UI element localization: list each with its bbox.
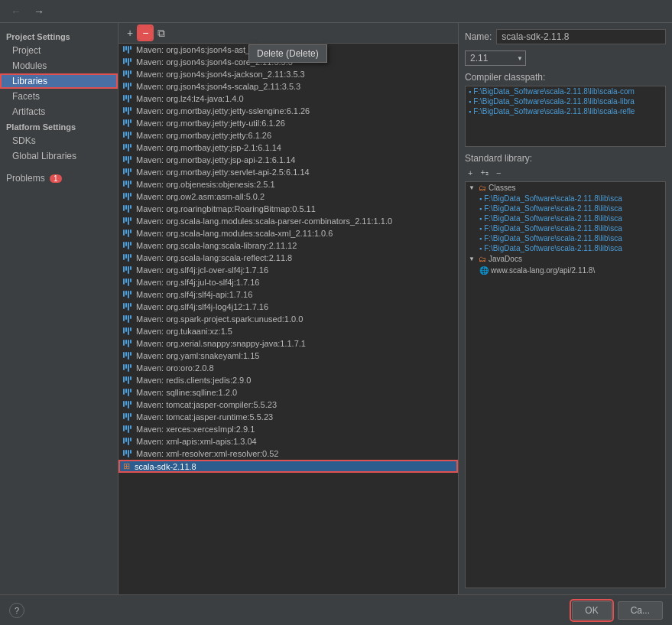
list-item[interactable]: Maven: xerces:xercesImpl:2.9.1 [118,423,458,435]
classes-tree-node[interactable]: ▼ 🗂 Classes [466,182,665,194]
version-row: 2.11 2.12 2.10 [465,50,666,66]
javadocs-label: JavaDocs [489,255,522,263]
list-item[interactable]: Maven: org.json4s:json4s-jackson_2.11:3.… [118,68,458,80]
maven-icon [123,291,131,298]
maven-icon [123,229,131,237]
help-button[interactable]: ? [9,603,24,618]
selected-library-item[interactable]: ⊞ scala-sdk-2.11.8 [118,460,458,473]
list-item[interactable]: Maven: xml-resolver:xml-resolver:0.52 [118,448,458,460]
platform-settings-section: Platform Settings [0,119,118,133]
maven-icon [123,168,131,176]
folder-icon: 🗂 [479,255,486,263]
list-item[interactable]: Maven: org.spark-project.spark:unused:1.… [118,313,458,325]
remove-library-button[interactable]: − [138,26,152,40]
tree-expand-icon: ▼ [469,184,476,191]
list-item[interactable]: Maven: org.mortbay.jetty:jsp-2.1:6.1.14 [118,142,458,154]
maven-icon [123,58,131,66]
ok-button[interactable]: OK [572,601,611,620]
right-panel: Name: 2.11 2.12 2.10 Compiler classpath:… [458,23,672,594]
compiler-classpath-list[interactable]: ▪ F:\BigData_Software\scala-2.11.8\lib\s… [465,86,666,147]
list-item[interactable]: Maven: redis.clients:jedis:2.9.0 [118,374,458,386]
list-item[interactable]: Maven: org.scala-lang.modules:scala-xml_… [118,227,458,239]
list-item[interactable]: Maven: org.mortbay.jetty:servlet-api-2.5… [118,166,458,178]
bottom-bar: ? OK Ca... [0,594,672,625]
folder-icon: 🗂 [479,184,486,192]
list-item[interactable]: Maven: tomcat:jasper-runtime:5.5.23 [118,411,458,423]
classpath-item[interactable]: ▪ F:\BigData_Software\scala-2.11.8\lib\s… [466,86,665,96]
name-input[interactable] [496,29,666,44]
std-lib-add-item-button[interactable]: +₂ [477,167,491,178]
problems-label[interactable]: Problems [6,173,45,184]
version-select-wrapper: 2.11 2.12 2.10 [465,50,526,66]
class-file-icon: ▪ [479,245,482,252]
forward-button[interactable]: → [29,4,49,19]
standard-library-tree[interactable]: ▼ 🗂 Classes ▪ F:\BigData_Software\scala-… [465,181,666,588]
sidebar-item-facets[interactable]: Facets [0,89,118,104]
version-select[interactable]: 2.11 2.12 2.10 [465,50,526,66]
globe-icon: 🌐 [479,266,489,275]
list-item[interactable]: Maven: org.mortbay.jetty:jetty:6.1.26 [118,129,458,142]
classpath-icon: ▪ [469,108,471,116]
list-item[interactable]: Maven: org.slf4j:jcl-over-slf4j:1.7.16 [118,264,458,276]
maven-icon [123,46,131,54]
standard-library-label: Standard library: [465,153,666,164]
list-item[interactable]: Maven: oro:oro:2.0.8 [118,362,458,374]
std-lib-add-button[interactable]: + [465,168,476,178]
class-item[interactable]: ▪ F:\BigData_Software\scala-2.11.8\lib\s… [476,194,665,203]
class-item[interactable]: ▪ F:\BigData_Software\scala-2.11.8\lib\s… [476,213,665,223]
std-lib-toolbar: + +₂ − [465,167,666,178]
maven-icon [123,70,131,78]
maven-icon [123,389,131,396]
maven-icon [123,156,131,164]
list-item[interactable]: Maven: org.ow2.asm:asm-all:5.0.2 [118,190,458,203]
maven-icon [123,181,131,188]
list-item[interactable]: Maven: org.objenesis:objenesis:2.5.1 [118,178,458,190]
maven-icon [123,438,131,445]
sidebar-item-artifacts[interactable]: Artifacts [0,104,118,119]
list-item[interactable]: Maven: org.json4s:json4s-scalap_2.11:3.5… [118,80,458,93]
sidebar-item-sdks[interactable]: SDKs [0,133,118,148]
class-item[interactable]: ▪ F:\BigData_Software\scala-2.11.8\lib\s… [476,223,665,233]
cancel-button[interactable]: Ca... [618,601,663,620]
classpath-item[interactable]: ▪ F:\BigData_Software\scala-2.11.8\lib\s… [466,106,665,116]
list-item[interactable]: Maven: xml-apis:xml-apis:1.3.04 [118,435,458,448]
maven-icon [123,242,131,249]
std-lib-remove-button[interactable]: − [493,168,504,178]
project-settings-section: Project Settings [0,29,118,43]
sidebar-item-global-libraries[interactable]: Global Libraries [0,148,118,164]
sidebar-item-project[interactable]: Project [0,43,118,58]
list-item[interactable]: Maven: org.slf4j:jul-to-slf4j:1.7.16 [118,276,458,288]
name-label: Name: [465,31,492,42]
list-item[interactable]: Maven: org.lz4:lz4-java:1.4.0 [118,93,458,105]
add-library-button[interactable]: + [123,26,137,40]
list-item[interactable]: Maven: tomcat:jasper-compiler:5.5.23 [118,399,458,411]
classpath-item[interactable]: ▪ F:\BigData_Software\scala-2.11.8\lib\s… [466,96,665,106]
list-item[interactable]: Maven: org.slf4j:slf4j-api:1.7.16 [118,288,458,301]
list-item[interactable]: Maven: org.scala-lang:scala-reflect:2.11… [118,252,458,264]
javadocs-children: 🌐 www.scala-lang.org/api/2.11.8\ [466,265,665,276]
sidebar-item-modules[interactable]: Modules [0,58,118,73]
sidebar-item-libraries[interactable]: Libraries [0,73,118,89]
library-list[interactable]: Maven: org.json4s:json4s-ast_2.11:3.5.3 … [118,44,458,594]
compiler-classpath-label: Compiler classpath: [465,72,666,83]
list-item[interactable]: Maven: org.scala-lang.modules:scala-pars… [118,215,458,227]
class-item[interactable]: ▪ F:\BigData_Software\scala-2.11.8\lib\s… [476,203,665,213]
list-item[interactable]: Maven: org.yaml:snakeyaml:1.15 [118,350,458,362]
javadoc-item[interactable]: 🌐 www.scala-lang.org/api/2.11.8\ [476,265,665,276]
copy-library-button[interactable]: ⧉ [154,26,169,40]
list-item[interactable]: Maven: org.mortbay.jetty:jetty-sslengine… [118,105,458,117]
maven-icon [123,401,131,409]
list-item[interactable]: Maven: org.tukaani:xz:1.5 [118,325,458,337]
back-button[interactable]: ← [6,4,26,19]
list-item[interactable]: Maven: org.mortbay.jetty:jsp-api-2.1:6.1… [118,154,458,166]
list-item[interactable]: Maven: org.slf4j:slf4j-log4j12:1.7.16 [118,301,458,313]
maven-icon [123,303,131,311]
class-item[interactable]: ▪ F:\BigData_Software\scala-2.11.8\lib\s… [476,243,665,253]
list-item[interactable]: Maven: org.roaringbitmap:RoaringBitmap:0… [118,203,458,215]
list-item[interactable]: Maven: org.xerial.snappy:snappy-java:1.1… [118,337,458,350]
list-item[interactable]: Maven: org.scala-lang:scala-library:2.11… [118,239,458,252]
list-item[interactable]: Maven: org.mortbay.jetty:jetty-util:6.1.… [118,117,458,129]
javadocs-tree-node[interactable]: ▼ 🗂 JavaDocs [466,253,665,265]
list-item[interactable]: Maven: sqlline:sqlline:1.2.0 [118,386,458,399]
class-item[interactable]: ▪ F:\BigData_Software\scala-2.11.8\lib\s… [476,233,665,243]
